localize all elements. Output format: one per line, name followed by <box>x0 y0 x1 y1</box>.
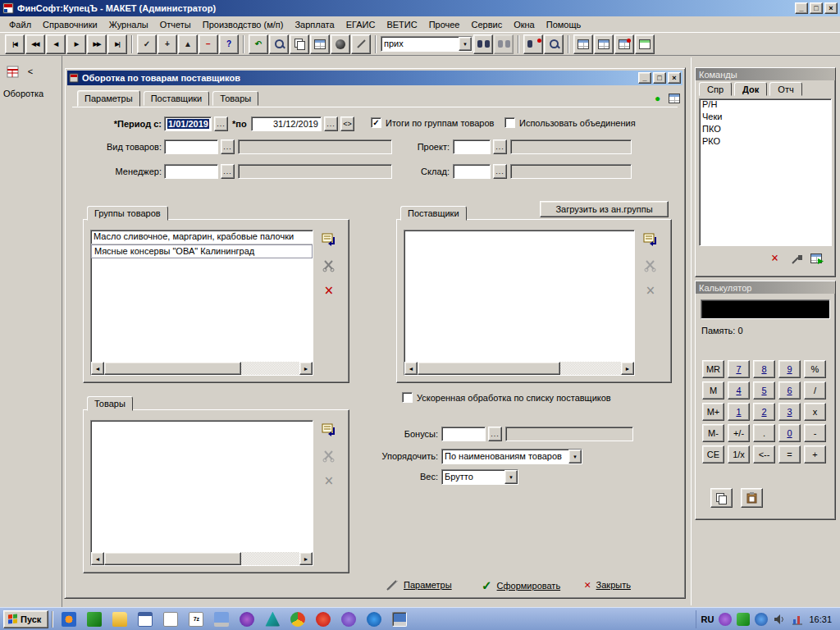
calc-button-dot[interactable]: . <box>753 424 775 442</box>
quicklaunch-purple-icon[interactable] <box>240 612 254 627</box>
language-indicator[interactable]: RU <box>701 614 714 624</box>
command-pin-button[interactable] <box>791 253 804 267</box>
menu-item-pomosch[interactable]: Помощь <box>541 17 587 32</box>
find-next-button[interactable] <box>494 34 514 54</box>
tab-otch[interactable]: Отч <box>769 82 801 96</box>
delete-record-button[interactable]: − <box>199 34 218 54</box>
quicklaunch-folder-icon[interactable] <box>112 612 127 627</box>
quicklaunch-red-icon[interactable] <box>316 612 331 627</box>
list-item[interactable]: Масло сливочное, маргарин, крабовые пало… <box>91 231 313 244</box>
confirm-button[interactable]: ✓ <box>137 34 157 54</box>
manager-picker-button[interactable]: ... <box>221 164 235 179</box>
sidebar-item-oborotka[interactable]: Оборотка <box>3 89 43 98</box>
goods-panel-tab[interactable]: Товары <box>87 396 133 411</box>
suppliers-cut-button[interactable] <box>641 259 660 274</box>
bonus-input[interactable] <box>441 427 486 441</box>
groups-delete-button[interactable]: × <box>320 284 338 297</box>
menu-item-servis[interactable]: Сервис <box>466 17 509 32</box>
calc-button-mplus[interactable]: M+ <box>702 403 724 421</box>
menu-item-okna[interactable]: Окна <box>508 17 541 32</box>
scroll-right-icon[interactable]: ► <box>299 362 313 375</box>
goods-pick-button[interactable] <box>320 423 338 438</box>
calc-button-inverse[interactable]: 1/x <box>728 445 750 463</box>
quicklaunch-blue-icon[interactable] <box>367 612 381 627</box>
grid-view-button[interactable] <box>310 34 330 54</box>
calc-button-9[interactable]: 9 <box>778 360 801 378</box>
command-delete-button[interactable]: × <box>771 252 778 265</box>
load-from-angroup-button[interactable]: Загрузить из ан.группы <box>540 201 669 217</box>
scroll-track[interactable] <box>104 362 299 375</box>
goods-cut-button[interactable] <box>320 450 338 464</box>
groups-pick-button[interactable] <box>320 233 338 248</box>
scroll-left-icon[interactable]: ◄ <box>91 552 104 565</box>
quicklaunch-grid-icon[interactable] <box>138 612 153 627</box>
calc-button-4[interactable]: 4 <box>728 381 750 399</box>
period-to-picker-button[interactable]: ... <box>324 116 338 131</box>
calc-paste-button[interactable] <box>741 488 763 508</box>
next-page-button[interactable]: ▶▶ <box>87 34 107 54</box>
project-input[interactable] <box>453 139 491 154</box>
tray-green-icon[interactable] <box>737 613 750 626</box>
goods-list[interactable]: ◄ ► <box>90 420 313 566</box>
goods-hscrollbar[interactable]: ◄ ► <box>91 552 313 565</box>
vid-tovarov-picker-button[interactable]: ... <box>221 139 235 154</box>
use-unions-checkbox[interactable]: Использовать объединения <box>504 117 636 128</box>
command-item-cheki[interactable]: Чеки <box>700 112 831 124</box>
calc-button-8[interactable]: 8 <box>753 360 775 378</box>
commands-list[interactable]: Р/Н Чеки ПКО РКО <box>699 98 832 246</box>
menu-item-proizvodstvo[interactable]: Производство (м/п) <box>197 17 290 32</box>
zoom-button[interactable] <box>269 34 289 54</box>
scroll-right-icon[interactable]: ► <box>299 552 313 565</box>
quicklaunch-active-monitor-icon[interactable] <box>392 612 407 627</box>
menu-item-vetis[interactable]: ВЕТИС <box>381 17 422 32</box>
parameters-button[interactable]: Параметры <box>386 578 452 591</box>
quicklaunch-triangle-icon[interactable] <box>265 612 280 627</box>
scroll-thumb[interactable] <box>104 552 241 565</box>
totals-by-groups-checkbox[interactable]: ✓Итоги по группам товаров <box>371 117 494 128</box>
menu-item-zhurnaly[interactable]: Журналы <box>103 17 154 32</box>
tray-chart-icon[interactable] <box>791 613 804 626</box>
calc-button-m[interactable]: M <box>702 381 724 399</box>
suppliers-panel-tab[interactable]: Поставщики <box>400 206 467 221</box>
sphere-button[interactable] <box>331 34 350 54</box>
list-item[interactable]: Мясные консервы "ОВА" Калининград <box>91 244 313 258</box>
calc-button-divide[interactable]: / <box>804 381 826 399</box>
calc-button-plus[interactable]: + <box>804 445 826 463</box>
report-minimize-button[interactable]: _ <box>638 72 651 84</box>
period-to-input[interactable]: 31/12/2019 <box>251 116 322 131</box>
calc-button-percent[interactable]: % <box>804 360 826 378</box>
table-settings-button[interactable] <box>614 34 634 54</box>
goods-delete-button[interactable]: × <box>320 474 338 487</box>
combo-dropdown-icon[interactable]: ▼ <box>459 37 472 51</box>
table-print-button[interactable] <box>594 34 614 54</box>
calc-button-1[interactable]: 1 <box>728 403 750 421</box>
start-button[interactable]: Пуск <box>3 610 48 628</box>
manager-input[interactable] <box>164 164 218 179</box>
scroll-track[interactable] <box>418 362 621 375</box>
menu-item-prochee[interactable]: Прочее <box>423 17 466 32</box>
first-record-button[interactable]: |◀ <box>5 34 25 54</box>
order-by-combo[interactable]: По наименованиям товаров ▼ <box>441 449 582 464</box>
calc-button-sign[interactable]: +/- <box>728 424 750 442</box>
generate-button[interactable]: ✓ Сформировать <box>482 578 560 593</box>
groups-hscrollbar[interactable]: ◄ ► <box>91 362 313 375</box>
scroll-thumb[interactable] <box>104 362 241 375</box>
tab-tovary[interactable]: Товары <box>212 91 258 106</box>
close-report-button[interactable]: × Закрыть <box>584 578 631 591</box>
scroll-track[interactable] <box>104 552 299 565</box>
edit-record-button[interactable]: ▲ <box>178 34 198 54</box>
sklad-picker-button[interactable]: ... <box>493 164 507 179</box>
calc-button-3[interactable]: 3 <box>778 403 801 421</box>
menu-item-spravochniki[interactable]: Справочники <box>37 17 103 32</box>
prev-record-button[interactable]: ◀ <box>46 34 66 54</box>
calc-button-7[interactable]: 7 <box>728 360 750 378</box>
quicklaunch-notepad-icon[interactable] <box>163 612 178 627</box>
tab-dok[interactable]: Док <box>734 82 767 96</box>
calendar-button[interactable] <box>635 34 655 54</box>
report-close-button[interactable]: × <box>668 72 681 84</box>
command-item-rn[interactable]: Р/Н <box>700 99 831 112</box>
calc-button-multiply[interactable]: x <box>804 403 826 421</box>
period-range-button[interactable]: <> <box>340 116 354 131</box>
copy-button[interactable] <box>290 34 309 54</box>
quicklaunch-skype-icon[interactable] <box>341 612 356 627</box>
